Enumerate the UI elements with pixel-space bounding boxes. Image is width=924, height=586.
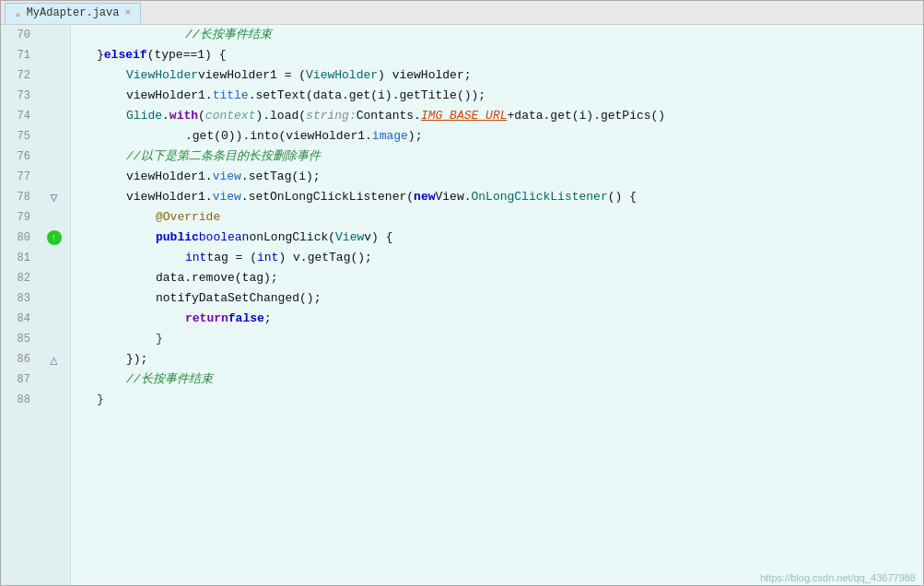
gutter-row: 82 [1,268,70,288]
token-plain: viewHolder1 = ( [198,65,306,86]
token-plain: Contants. [357,106,421,126]
gutter-row: 72 [1,65,70,86]
line-number: 85 [1,333,38,346]
line-meta: ▽ [38,190,70,205]
tab-bar: ☕ MyAdapter.java × [1,1,923,25]
token-kw: if [133,45,147,65]
token-comment: //以下是第二条条目的长按删除事件 [126,146,321,167]
line-number: 74 [1,110,38,123]
line-number: 77 [1,170,38,183]
gutter-row: 71 [1,45,70,65]
token-italic-param: context [205,106,256,126]
line-number: 76 [1,150,38,163]
debug-icon: ↑ [47,230,62,245]
token-plain: .get(0)).into(viewHolder1. [185,126,372,146]
line-number: 79 [1,211,38,224]
token-plain: onLongClick( [249,228,335,248]
gutter-row: 83 [1,288,70,309]
line-number: 84 [1,312,38,325]
token-type: boolean [199,228,250,248]
token-classname: ViewHolder [126,65,198,86]
line-number: 75 [1,130,38,143]
token-plain: } [97,45,104,65]
code-line: } [75,390,919,410]
line-number: 71 [1,49,38,62]
code-line: viewHolder1.title.setText(data.get(i).ge… [75,86,919,106]
line-number: 70 [1,29,38,41]
gutter-row: 73 [1,86,70,106]
token-classname: View [335,228,364,248]
code-line: public boolean onLongClick(View v) { [75,228,919,248]
token-plain: () { [608,187,637,207]
gutter-row: 78▽ [1,187,70,207]
token-false-kw: false [228,309,264,329]
token-brace: } [156,329,163,349]
line-number: 81 [1,252,38,264]
code-line: //长按事件结束 [75,25,919,45]
code-line: notifyDataSetChanged(); [75,288,919,309]
token-plain: . [162,106,170,126]
file-tab[interactable]: ☕ MyAdapter.java × [5,3,141,23]
code-area[interactable]: https://blog.csdn.net/qq_43677988 //长按事件… [71,25,923,585]
token-brace: } [97,390,104,410]
gutter-row: 70 [1,25,70,45]
code-line: .get(0)).into(viewHolder1.image); [75,126,919,146]
token-field: view [213,167,241,187]
code-line: viewHolder1.view.setOnLongClickListener(… [75,187,919,207]
token-plain: .setOnLongClickListener( [241,187,414,207]
line-number: 78 [1,191,38,204]
token-kw: public [156,228,199,248]
editor-area: 707172737475767778▽7980↑818283848586△878… [1,25,923,585]
gutter-row: 80↑ [1,228,70,248]
gutter-row: 87 [1,369,70,390]
token-field: title [213,86,249,106]
token-plain: ).load( [255,106,306,126]
token-classname: ViewHolder [306,65,378,86]
code-line: int tag = (int) v.getTag(); [75,248,919,268]
token-plain: ; [264,309,272,329]
token-plain: View. [435,187,471,207]
token-comment: //长按事件结束 [185,25,272,45]
close-tab-button[interactable]: × [124,7,131,18]
line-number: 72 [1,69,38,82]
line-number: 73 [1,89,38,102]
code-line: //长按事件结束 [75,369,919,390]
token-plain: viewHolder1. [126,86,213,106]
token-kw: else [104,45,133,65]
fold-arrow-icon[interactable]: ▽ [50,190,57,205]
token-return-kw: return [185,309,228,329]
token-kw: new [414,187,435,207]
line-number: 88 [1,393,38,406]
gutter-row: 88 [1,390,70,410]
token-plain: +data.get(i).getPics() [508,106,666,126]
gutter-row: 84 [1,309,70,329]
token-plain: ( [198,106,205,126]
token-plain: v) { [364,228,392,248]
code-line: //以下是第二条条目的长按删除事件 [75,146,919,167]
token-plain: ) v.getTag(); [278,248,371,268]
code-line: }); [75,349,919,369]
line-number: 86 [1,353,38,366]
line-meta: △ [38,352,70,368]
token-kw2: with [170,106,198,126]
token-plain: }); [126,349,147,369]
token-annotation: @Override [156,207,220,228]
line-number: 80 [1,231,38,244]
token-plain: tag = ( [206,248,257,268]
line-number: 87 [1,373,38,386]
gutter-row: 79 [1,207,70,228]
token-classname: OnLongClickListener [472,187,608,207]
token-field: image [372,126,408,146]
token-plain: viewHolder1. [126,187,213,207]
gutter-row: 74 [1,106,70,126]
token-classname: Glide [126,106,162,126]
token-field: view [213,187,241,207]
token-type: int [185,248,206,268]
code-line: @Override [75,207,919,228]
gutter-row: 75 [1,126,70,146]
token-label-italic: string: [306,106,357,126]
fold-arrow-icon2[interactable]: △ [50,352,57,368]
code-line: return false; [75,309,919,329]
token-plain: .setText(data.get(i).getTitle()); [249,86,485,106]
line-gutter: 707172737475767778▽7980↑818283848586△878… [1,25,71,585]
